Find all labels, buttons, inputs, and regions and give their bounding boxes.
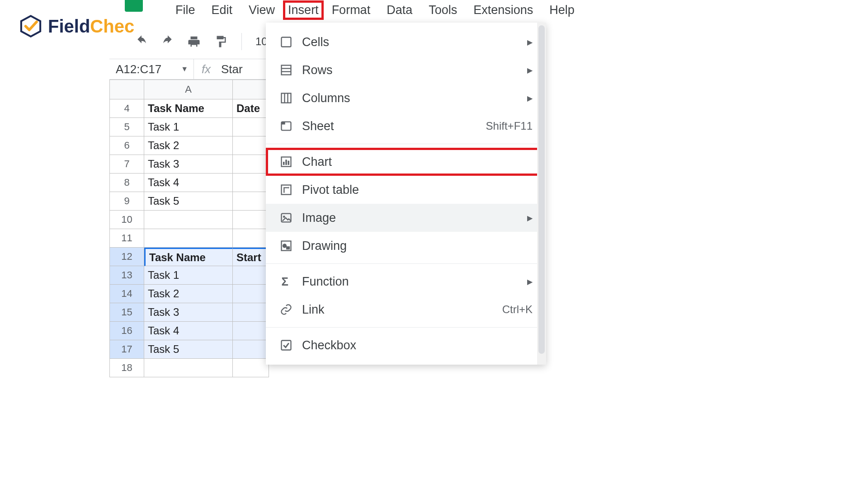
row-header[interactable]: 5 [110,118,144,136]
table-row: 12Task NameStart [110,248,269,266]
cell[interactable]: Task 3 [144,303,233,322]
menu-shortcut: Ctrl+K [502,303,533,316]
cell[interactable]: Task 1 [144,118,233,136]
cell[interactable] [233,136,269,155]
cell[interactable]: Start [233,248,269,266]
cell[interactable]: Task 1 [144,266,233,285]
svg-text:Σ: Σ [282,275,288,288]
row-header[interactable]: 16 [110,322,144,340]
fx-icon: fx [194,62,218,76]
cell[interactable]: Task 3 [144,155,233,174]
menu-item-label: Checkbox [302,338,533,352]
menu-item-drawing[interactable]: Drawing [266,232,546,260]
function-icon: Σ [279,275,293,288]
table-row: 8Task 4 [110,174,269,192]
row-header[interactable]: 15 [110,303,144,322]
cell[interactable] [233,155,269,174]
link-icon [279,303,293,316]
row-header[interactable]: 17 [110,340,144,359]
menu-item-label: Pivot table [302,183,533,197]
cell[interactable] [233,285,269,303]
svg-rect-12 [285,160,287,165]
logo-mark-icon [19,14,42,38]
toolbar: 100 [134,31,274,52]
name-box-value: A12:C17 [116,62,161,76]
cell[interactable]: Task Name [144,99,233,118]
undo-button[interactable] [134,34,149,49]
menu-item-link[interactable]: LinkCtrl+K [266,296,546,324]
menu-item-columns[interactable]: Columns▶ [266,84,546,112]
menu-insert[interactable]: Insert [283,0,324,20]
print-button[interactable] [186,34,202,49]
cell[interactable] [233,192,269,211]
cell[interactable]: Task 5 [144,340,233,359]
cell[interactable] [233,359,269,377]
select-all-corner[interactable] [110,80,144,99]
row-header[interactable]: 12 [110,248,144,266]
menu-separator [266,144,546,144]
cell[interactable]: Date [233,99,269,118]
menu-item-chart[interactable]: Chart [266,148,546,176]
menu-item-rows[interactable]: Rows▶ [266,56,546,84]
cell[interactable]: Task 4 [144,322,233,340]
name-box[interactable]: A12:C17 ▼ [109,62,193,76]
cell[interactable] [144,211,233,229]
row-header[interactable]: 10 [110,211,144,229]
menu-tools[interactable]: Tools [420,0,465,20]
row-header[interactable]: 18 [110,359,144,377]
row-header[interactable]: 9 [110,192,144,211]
menu-item-function[interactable]: ΣFunction▶ [266,267,546,296]
menu-item-cells[interactable]: Cells▶ [266,28,546,56]
row-header[interactable]: 11 [110,229,144,248]
cell[interactable] [144,359,233,377]
row-header[interactable]: 4 [110,99,144,118]
menu-extensions[interactable]: Extensions [465,0,541,20]
spreadsheet-grid[interactable]: A 4Task NameDate5Task 16Task 27Task 38Ta… [109,80,269,377]
menu-item-label: Cells [302,35,527,49]
cell[interactable] [233,303,269,322]
cell[interactable] [233,229,269,248]
menu-item-sheet[interactable]: SheetShift+F11 [266,112,546,140]
cell[interactable]: Task 2 [144,285,233,303]
svg-rect-9 [282,122,285,125]
svg-rect-2 [282,66,291,75]
cell[interactable]: Task Name [144,248,233,266]
menu-separator [266,263,546,264]
menu-item-pivot-table[interactable]: Pivot table [266,176,546,204]
menu-view[interactable]: View [241,0,283,20]
column-header-a[interactable]: A [144,80,233,99]
menu-item-checkbox[interactable]: Checkbox [266,331,546,359]
row-header[interactable]: 8 [110,174,144,192]
row-header[interactable]: 13 [110,266,144,285]
svg-rect-5 [282,94,291,103]
row-header[interactable]: 6 [110,136,144,155]
cell[interactable] [233,266,269,285]
formula-bar[interactable]: Star [218,62,243,76]
redo-button[interactable] [160,34,175,49]
cell[interactable]: Task 4 [144,174,233,192]
cell[interactable] [233,340,269,359]
cell[interactable] [144,229,233,248]
scrollbar-thumb[interactable] [538,25,545,354]
cell[interactable] [233,174,269,192]
menu-format[interactable]: Format [324,0,379,20]
row-header[interactable]: 7 [110,155,144,174]
cell[interactable] [233,211,269,229]
column-header-b[interactable] [233,80,269,99]
menu-help[interactable]: Help [541,0,583,20]
menu-item-image[interactable]: Image▶ [266,204,546,232]
row-header[interactable]: 14 [110,285,144,303]
paint-format-button[interactable] [212,34,228,49]
dropdown-scrollbar[interactable] [537,23,546,365]
cell[interactable]: Task 2 [144,136,233,155]
menu-item-label: Image [302,211,527,225]
menubar: File Edit View Insert Format Data Tools … [167,0,583,20]
svg-marker-0 [21,16,40,37]
cell[interactable]: Task 5 [144,192,233,211]
menu-edit[interactable]: Edit [203,0,241,20]
logo-text-field: Field [48,16,90,36]
cell[interactable] [233,118,269,136]
cell[interactable] [233,322,269,340]
menu-data[interactable]: Data [378,0,420,20]
menu-file[interactable]: File [167,0,203,20]
